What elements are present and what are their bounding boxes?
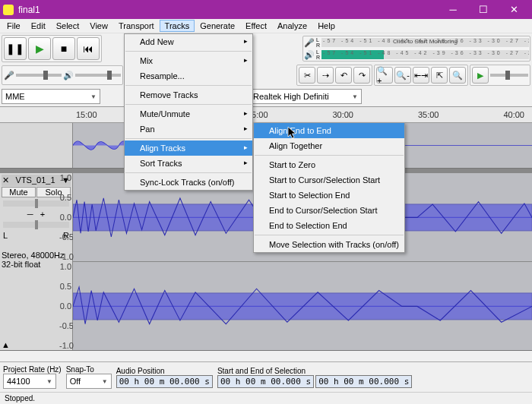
menu-select[interactable]: Select — [51, 20, 85, 32]
menu-transport[interactable]: Transport — [113, 20, 160, 32]
app-icon — [3, 5, 14, 15]
menu-view[interactable]: View — [84, 20, 113, 32]
menu-edit[interactable]: Edit — [26, 20, 51, 32]
tracks-menu: Add New▸Mix▸Resample...Remove TracksMute… — [124, 33, 253, 191]
close-button[interactable]: ✕ — [499, 0, 529, 19]
playback-meter[interactable]: -57 -54 -51 -48 -45 -42 -39 -36 -33 -30 … — [321, 50, 529, 59]
submenu-item[interactable]: Start to Zero — [254, 157, 404, 172]
play-button[interactable]: ▶ — [28, 37, 51, 60]
menu-item[interactable]: Sync-Lock Tracks (on/off) — [125, 175, 252, 190]
audio-host-combo[interactable]: MME▼ — [2, 89, 100, 104]
selection-label: Start and End of Selection — [217, 367, 412, 375]
zoom-toggle-button[interactable]: 🔍 — [449, 67, 466, 84]
menu-effect[interactable]: Effect — [240, 20, 272, 32]
menu-item[interactable]: Sort Tracks▸ — [125, 156, 252, 171]
minimize-button[interactable]: ─ — [438, 0, 468, 19]
menu-item[interactable]: Remove Tracks — [125, 87, 252, 103]
fit-selection-button[interactable]: ⇤⇥ — [413, 67, 429, 84]
stop-button[interactable]: ■ — [52, 37, 75, 60]
track-head-0[interactable] — [0, 123, 73, 168]
menu-analyze[interactable]: Analyze — [272, 20, 312, 32]
project-rate-combo[interactable]: 44100▼ — [3, 374, 56, 389]
submenu-item[interactable]: Move Selection with Tracks (on/off) — [254, 237, 404, 252]
undo-button[interactable]: ↶ — [335, 67, 352, 84]
timeline-ruler[interactable]: 15:0020:0025:0030:0035:0040:00 — [0, 106, 532, 123]
play-at-speed-button[interactable]: ▶ — [472, 67, 489, 84]
pause-button[interactable]: ❚❚ — [4, 37, 27, 60]
tools-toolbar: 🎤 🔊 ✂ ⇢ ↶ ↷ 🔍+ 🔍- ⇤⇥ ⇱ 🔍 ▶ — [0, 64, 532, 87]
menu-item[interactable]: Mix▸ — [125, 53, 252, 68]
speaker-icon[interactable]: 🔊 — [304, 50, 315, 60]
menu-item[interactable]: Pan▸ — [125, 122, 252, 137]
playback-speed-slider[interactable] — [490, 74, 528, 77]
mic-slider-icon: 🎤 — [4, 71, 14, 80]
mute-button[interactable]: Mute — [2, 187, 36, 197]
trim-tool[interactable]: ✂ — [299, 67, 315, 84]
zoom-in-button[interactable]: 🔍+ — [376, 67, 393, 84]
playback-volume-slider[interactable] — [75, 74, 121, 77]
device-toolbar: MME▼ ers (Realtek High Definiti▼ — [0, 87, 532, 106]
redo-button[interactable]: ↷ — [353, 67, 370, 84]
zoom-out-button[interactable]: 🔍- — [394, 67, 411, 84]
menu-item[interactable]: Resample... — [125, 68, 252, 84]
menu-item[interactable]: Mute/Unmute▸ — [125, 106, 252, 122]
bottom-bar: Project Rate (Hz) 44100▼ Snap-To Off▼ Au… — [0, 361, 532, 404]
submenu-item[interactable]: Align End to End — [254, 123, 404, 138]
skip-start-button[interactable]: ⏮ — [77, 37, 100, 60]
window-title: final1 — [18, 5, 438, 15]
silence-tool[interactable]: ⇢ — [317, 67, 334, 84]
transport-toolbar: ❚❚ ▶ ■ ⏮ 🎤 LR -57 -54 -51 -48 -45 -42 -3… — [0, 33, 532, 64]
menubar: File Edit Select View Transport Tracks G… — [0, 19, 532, 33]
menu-item[interactable]: Align Tracks▸ — [125, 140, 252, 156]
titlebar: final1 ─ ☐ ✕ — [0, 0, 532, 19]
speaker-slider-icon: 🔊 — [63, 71, 74, 80]
submenu-item[interactable]: End to Cursor/Selection Start — [254, 203, 404, 218]
collapse-button[interactable]: ▲ — [2, 340, 10, 349]
maximize-button[interactable]: ☐ — [468, 0, 499, 19]
menu-help[interactable]: Help — [312, 20, 340, 32]
menu-tracks[interactable]: Tracks — [160, 20, 195, 32]
submenu-item[interactable]: Start to Selection End — [254, 188, 404, 203]
status-bar: Stopped. — [0, 393, 532, 404]
snap-to-combo[interactable]: Off▼ — [66, 374, 112, 389]
menu-file[interactable]: File — [2, 20, 26, 32]
audio-position-label: Audio Position — [116, 367, 213, 375]
recording-meter[interactable]: -57 -54 -51 -48 -45 -42 -39 -36 -33 -30 … — [321, 38, 529, 47]
mic-icon[interactable]: 🎤 — [304, 38, 315, 48]
submenu-item[interactable]: End to Selection End — [254, 218, 404, 233]
align-tracks-submenu: Align End to EndAlign TogetherStart to Z… — [253, 122, 405, 253]
menu-item[interactable]: Add New▸ — [125, 34, 252, 49]
snap-to-label: Snap-To — [66, 365, 112, 374]
submenu-item[interactable]: Align Together — [254, 138, 404, 153]
audio-position-field[interactable]: 00 h 00 m 00.000 s — [116, 375, 213, 388]
fit-project-button[interactable]: ⇱ — [431, 67, 448, 84]
menu-generate[interactable]: Generate — [195, 20, 240, 32]
submenu-item[interactable]: Start to Cursor/Selection Start — [254, 172, 404, 188]
selection-end-field[interactable]: 00 h 00 m 00.000 s — [315, 375, 412, 388]
recording-volume-slider[interactable] — [16, 74, 62, 77]
project-rate-label: Project Rate (Hz) — [3, 365, 62, 374]
selection-start-field[interactable]: 00 h 00 m 00.000 s — [217, 375, 314, 388]
